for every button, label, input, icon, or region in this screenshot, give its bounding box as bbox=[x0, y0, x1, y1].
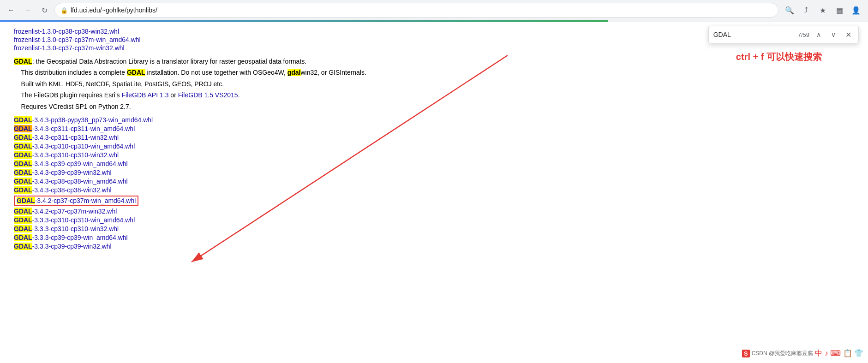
gdal-link-11[interactable]: GDAL-3.4.2-cp37-cp37m-win32.whl bbox=[14, 208, 117, 215]
frozenlist-link-1[interactable]: frozenlist-1.3.0-cp38-cp38-win32.whl bbox=[14, 28, 119, 35]
filegdb-api-link[interactable]: FileGDB API 1.3 bbox=[122, 91, 169, 99]
find-input[interactable] bbox=[713, 31, 794, 38]
sidebar-button[interactable]: ▦ bbox=[832, 3, 847, 18]
gdal-prefix-highlight: GDAL bbox=[14, 160, 32, 167]
gdal-link-9[interactable]: GDAL-3.4.3-cp38-cp38-win32.whl bbox=[14, 186, 112, 194]
gdal-prefix-highlight: GDAL bbox=[14, 216, 32, 224]
gdal-prefix-highlight: GDAL bbox=[14, 151, 32, 159]
find-toolbar: 7/59 ∧ ∨ ✕ bbox=[708, 26, 859, 43]
address-bar: 🔒 bbox=[54, 3, 778, 18]
list-item: GDAL-3.4.3-cp311-cp311-win_amd64.whl bbox=[14, 125, 854, 132]
lens-icon-button[interactable]: 🔍 bbox=[782, 3, 797, 18]
back-button[interactable]: ← bbox=[5, 4, 18, 17]
boxed-link-wrapper: GDAL-3.4.2-cp37-cp37m-win_amd64.whl bbox=[14, 196, 138, 206]
gdal-prefix-highlight: GDAL bbox=[14, 208, 32, 215]
gdal-prefix-highlight: GDAL bbox=[14, 169, 32, 176]
gdal-link-2[interactable]: GDAL-3.4.3-cp311-cp311-win_amd64.whl bbox=[14, 125, 135, 132]
lock-icon: 🔒 bbox=[60, 7, 68, 14]
find-close-button[interactable]: ✕ bbox=[843, 29, 854, 40]
gdal-link-1[interactable]: GDAL-3.4.3-pp38-pypy38_pp73-win_amd64.wh… bbox=[14, 116, 153, 124]
find-count: 7/59 bbox=[798, 31, 809, 38]
desc-line-5: Requires VCredist SP1 on Python 2.7. bbox=[14, 101, 854, 112]
csdn-text: CSDN @我爱吃麻婆豆腐 bbox=[752, 350, 814, 357]
browser-toolbar: ← → ↻ 🔒 🔍 ⤴ ★ ▦ 👤 bbox=[0, 0, 868, 20]
find-next-button[interactable]: ∨ bbox=[828, 29, 839, 40]
list-item: GDAL-3.4.3-cp38-cp38-win32.whl bbox=[14, 186, 854, 194]
gdal-prefix-highlight: GDAL bbox=[14, 243, 32, 250]
browser-chrome: ← → ↻ 🔒 🔍 ⤴ ★ ▦ 👤 bbox=[0, 0, 868, 22]
gdal-link-4[interactable]: GDAL-3.4.3-cp310-cp310-win_amd64.whl bbox=[14, 143, 135, 150]
csdn-logo: S bbox=[742, 350, 750, 357]
gdal-links-list: GDAL-3.4.3-pp38-pypy38_pp73-win_amd64.wh… bbox=[14, 116, 854, 250]
gdal-prefix-highlight: GDAL bbox=[14, 225, 32, 232]
list-item: GDAL-3.4.2-cp37-cp37m-win_amd64.whl bbox=[14, 195, 854, 206]
toolbar-icons: 🔍 ⤴ ★ ▦ 👤 bbox=[782, 3, 863, 18]
gdal-link-5[interactable]: GDAL-3.4.3-cp310-cp310-win32.whl bbox=[14, 151, 119, 159]
gdal-link-10-boxed[interactable]: GDAL-3.4.2-cp37-cp37m-win_amd64.whl bbox=[17, 197, 136, 204]
gdal-link-14[interactable]: GDAL-3.3.3-cp39-cp39-win_amd64.whl bbox=[14, 234, 128, 241]
gdal-link-13[interactable]: GDAL-3.3.3-cp310-cp310-win32.whl bbox=[14, 225, 119, 232]
gdal-link-15[interactable]: GDAL-3.3.3-cp39-cp39-win32.whl bbox=[14, 243, 112, 250]
progress-bar bbox=[0, 20, 608, 22]
gdal-highlight-title: GDAL bbox=[14, 58, 32, 65]
gdal-link-12[interactable]: GDAL-3.3.3-cp310-cp310-win_amd64.whl bbox=[14, 216, 135, 224]
gdal-link-8[interactable]: GDAL-3.4.3-cp38-cp38-win_amd64.whl bbox=[14, 178, 128, 185]
gdal-prefix-highlight: GDAL bbox=[14, 178, 32, 185]
list-item: GDAL-3.4.3-cp39-cp39-win_amd64.whl bbox=[14, 160, 854, 167]
desc-line-3: Built with KML, HDF5, NetCDF, SpatiaLite… bbox=[14, 79, 854, 89]
gdal-inline-highlight: GDAL bbox=[127, 69, 145, 76]
forward-button[interactable]: → bbox=[21, 4, 34, 17]
list-item: GDAL-3.3.3-cp310-cp310-win_amd64.whl bbox=[14, 216, 854, 224]
list-item: GDAL-3.4.3-cp38-cp38-win_amd64.whl bbox=[14, 178, 854, 185]
gdal-prefix-highlight-orange: GDAL bbox=[14, 125, 32, 132]
gdal-link-6[interactable]: GDAL-3.4.3-cp39-cp39-win_amd64.whl bbox=[14, 160, 128, 167]
description-block: GDAL: the Geospatial Data Abstraction Li… bbox=[14, 56, 854, 112]
gdal-prefix-highlight: GDAL bbox=[14, 116, 32, 124]
reload-button[interactable]: ↻ bbox=[38, 4, 51, 17]
list-item: frozenlist-1.3.0-cp37-cp37m-win32.whl bbox=[14, 44, 854, 52]
list-item: GDAL-3.4.2-cp37-cp37m-win32.whl bbox=[14, 208, 854, 215]
desc-line-2: This distribution includes a complete GD… bbox=[14, 67, 854, 77]
gdal-prefix-highlight: GDAL bbox=[14, 143, 32, 150]
list-item: GDAL-3.4.3-cp39-cp39-win32.whl bbox=[14, 169, 854, 176]
list-item: GDAL-3.4.3-cp310-cp310-win_amd64.whl bbox=[14, 143, 854, 150]
desc-line-1: GDAL: the Geospatial Data Abstraction Li… bbox=[14, 56, 854, 66]
gdal-prefix-highlight: GDAL bbox=[14, 234, 32, 241]
gdal-prefix-highlight: GDAL bbox=[14, 134, 32, 141]
gdal-prefix-highlight: GDAL bbox=[17, 197, 35, 204]
frozenlist-link-2[interactable]: frozenlist-1.3.0-cp37-cp37m-win_amd64.wh… bbox=[14, 36, 141, 43]
profile-button[interactable]: 👤 bbox=[849, 3, 863, 18]
gdal-link-7[interactable]: GDAL-3.4.3-cp39-cp39-win32.whl bbox=[14, 169, 112, 176]
gdal-inline-highlight-2: gdal bbox=[287, 69, 301, 76]
gdal-link-3[interactable]: GDAL-3.4.3-cp311-cp311-win32.whl bbox=[14, 134, 119, 141]
frozenlist-link-3[interactable]: frozenlist-1.3.0-cp37-cp37m-win32.whl bbox=[14, 44, 125, 52]
desc-line-4: The FileGDB plugin requires Esri's FileG… bbox=[14, 90, 854, 100]
csdn-icons: 中 ♪ ⌨ 📋 👕 bbox=[815, 349, 863, 358]
list-item: GDAL-3.3.3-cp310-cp310-win32.whl bbox=[14, 225, 854, 232]
share-button[interactable]: ⤴ bbox=[799, 3, 814, 18]
list-item: GDAL-3.4.3-pp38-pypy38_pp73-win_amd64.wh… bbox=[14, 116, 854, 124]
find-prev-button[interactable]: ∧ bbox=[813, 29, 824, 40]
csdn-watermark: S CSDN @我爱吃麻婆豆腐 中 ♪ ⌨ 📋 👕 bbox=[742, 349, 863, 358]
annotation-text: ctrl + f 可以快速搜索 bbox=[736, 51, 822, 63]
gdal-prefix-highlight: GDAL bbox=[14, 186, 32, 194]
progress-bar-container bbox=[0, 20, 868, 22]
url-input[interactable] bbox=[71, 6, 772, 14]
bookmark-button[interactable]: ★ bbox=[815, 3, 830, 18]
list-item: GDAL-3.3.3-cp39-cp39-win32.whl bbox=[14, 243, 854, 250]
filegdb-vs2015-link[interactable]: FileGDB 1.5 VS2015 bbox=[178, 91, 238, 99]
list-item: GDAL-3.4.3-cp310-cp310-win32.whl bbox=[14, 151, 854, 159]
list-item: GDAL-3.4.3-cp311-cp311-win32.whl bbox=[14, 134, 854, 141]
list-item: GDAL-3.3.3-cp39-cp39-win_amd64.whl bbox=[14, 234, 854, 241]
